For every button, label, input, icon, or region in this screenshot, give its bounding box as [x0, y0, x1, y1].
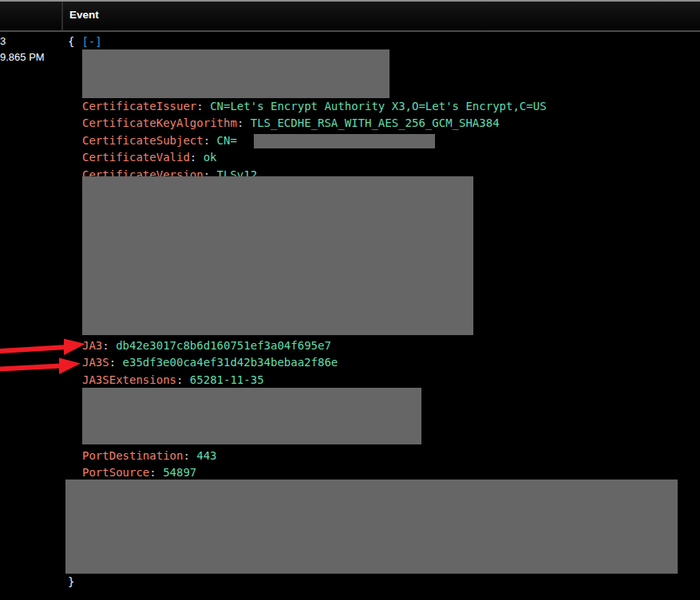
event-timestamp-line1: 3 — [0, 35, 6, 47]
field-value[interactable]: 65281-11-35 — [190, 373, 264, 386]
field-key[interactable]: CertificateKeyAlgorithm — [82, 116, 237, 129]
field-value[interactable]: e35df3e00ca4ef31d42b34bebaa2f86e — [123, 356, 338, 369]
json-field-ja3: JA3:db42e3017c8b6d160751ef3a04f695e7 — [82, 338, 331, 353]
field-key[interactable]: PortSource — [82, 466, 149, 479]
field-key[interactable]: CertificateIssuer — [82, 100, 196, 112]
field-value[interactable]: TLS_ECDHE_RSA_WITH_AES_256_GCM_SHA384 — [251, 116, 500, 129]
field-key[interactable]: JA3 — [82, 339, 102, 352]
json-field-ja3s: JA3S:e35df3e00ca4ef31d42b34bebaa2f86e — [82, 355, 338, 370]
field-value[interactable]: ok — [204, 151, 217, 164]
column-divider — [61, 2, 63, 30]
annotation-arrow-ja3 — [0, 339, 85, 356]
json-field-certificate-valid: CertificateValid:ok — [82, 150, 217, 165]
field-key[interactable]: CertificateSubject — [82, 134, 204, 147]
json-field-certificate-issuer: CertificateIssuer:CN=Let's Encrypt Autho… — [82, 99, 547, 114]
json-field-certificate-subject: CertificateSubject:CN= — [82, 133, 237, 148]
field-value[interactable]: 443 — [196, 449, 216, 462]
event-column-header: Event — [69, 9, 99, 21]
json-collapse-toggle[interactable]: [-] — [81, 35, 101, 48]
field-value[interactable]: 54897 — [163, 466, 196, 479]
field-key[interactable]: CertificateValid — [82, 151, 190, 164]
redaction-box-certificate-subject — [254, 134, 435, 148]
json-close-brace: } — [68, 574, 74, 590]
redaction-box-top — [82, 49, 390, 98]
redaction-box-ja3s-extensions — [82, 388, 421, 444]
json-field-certificate-key-algorithm: CertificateKeyAlgorithm:TLS_ECDHE_RSA_WI… — [82, 116, 500, 131]
event-viewer: Event 3 9.865 PM {[-] CertificateIssuer:… — [0, 0, 700, 600]
json-open-brace: {[-] — [68, 34, 102, 49]
field-value[interactable]: CN= — [217, 134, 237, 147]
field-key[interactable]: JA3S — [82, 356, 109, 369]
event-timestamp-line2: 9.865 PM — [0, 51, 45, 63]
json-field-ja3s-extensions: JA3SExtensions:65281-11-35 — [82, 373, 264, 388]
field-key[interactable]: PortDestination — [82, 449, 183, 462]
annotation-arrow-ja3s — [0, 358, 81, 375]
events-table-header: Event — [0, 2, 700, 32]
field-value[interactable]: db42e3017c8b6d160751ef3a04f695e7 — [116, 339, 331, 352]
json-field-port-destination: PortDestination:443 — [82, 448, 217, 464]
field-key[interactable]: JA3SExtensions — [82, 373, 176, 386]
redaction-box-middle — [82, 176, 473, 335]
field-value[interactable]: CN=Let's Encrypt Authority X3,O=Let's En… — [210, 100, 546, 112]
redaction-box-bottom — [65, 480, 678, 574]
json-field-port-source: PortSource:54897 — [82, 465, 196, 480]
